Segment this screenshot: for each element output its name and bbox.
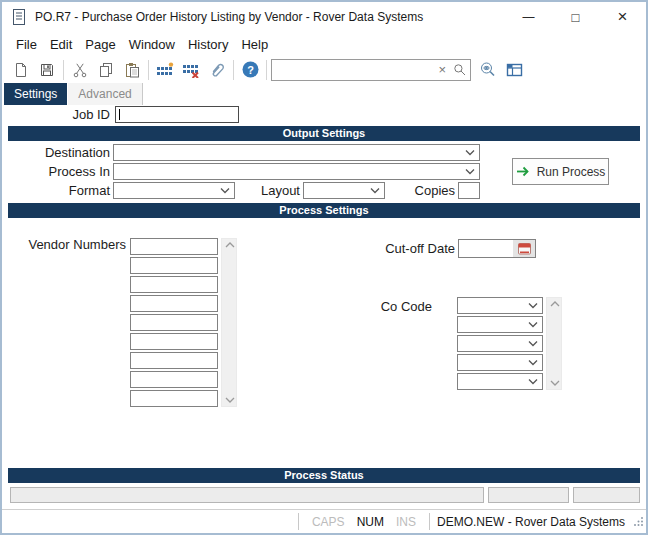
num-lock-indicator: NUM [357,515,384,529]
vendor-number-input[interactable] [130,314,218,331]
run-arrow-icon [516,165,530,178]
search-clear-icon[interactable]: × [435,63,449,76]
format-select[interactable] [113,182,235,199]
toolbar-separator [63,60,64,80]
close-button[interactable]: × [599,2,646,32]
menubar: File Edit Page Window History Help [2,32,646,56]
process-status-value-2 [573,487,640,503]
co-code-scrollbar[interactable] [546,297,562,390]
copy-icon[interactable] [93,58,119,82]
vendor-number-input[interactable] [130,371,218,388]
process-settings-header: Process Settings [8,203,640,218]
help-icon[interactable]: ? [237,58,263,82]
calendar-icon[interactable] [513,240,535,257]
tabstrip: Settings Advanced [4,83,143,105]
statusbar: CAPS NUM INS DEMO.NEW - Rover Data Syste… [2,509,646,533]
co-code-select[interactable] [457,373,543,390]
destination-label: Destination [2,144,110,161]
scroll-down-icon[interactable] [225,397,235,403]
run-process-label: Run Process [537,165,606,179]
insert-mode-indicator: INS [396,515,416,529]
caps-lock-indicator: CAPS [312,515,345,529]
layout-select[interactable] [303,182,385,199]
save-icon[interactable] [34,58,60,82]
cutoff-date-label: Cut-off Date [302,240,455,257]
text-caret [119,109,120,120]
svg-text:?: ? [247,64,254,76]
menu-edit[interactable]: Edit [50,37,72,52]
co-code-label: Co Code [302,298,432,315]
scroll-up-icon[interactable] [550,301,560,307]
vendor-scrollbar[interactable] [221,238,237,407]
layout-label: Layout [232,182,300,199]
menu-help[interactable]: Help [241,37,268,52]
vendor-number-input[interactable] [130,238,218,255]
vendor-numbers-label: Vendor Numbers [2,236,126,253]
lookup-icon[interactable] [475,58,501,82]
minimize-button[interactable]: — [505,2,552,32]
process-status-value-1 [488,487,569,503]
toolbar: ? × [2,56,646,83]
delete-record-icon[interactable] [178,58,204,82]
job-id-label: Job ID [2,106,110,123]
destination-select[interactable] [113,144,480,161]
vendor-number-input[interactable] [130,390,218,407]
menu-page[interactable]: Page [85,37,115,52]
co-code-select[interactable] [457,316,543,333]
paste-icon[interactable] [119,58,145,82]
menu-file[interactable]: File [16,37,37,52]
process-status-header: Process Status [8,468,640,483]
statusbar-separator [429,513,430,530]
maximize-button[interactable]: □ [552,2,599,32]
toolbar-separator [233,60,234,80]
cutoff-date-field[interactable] [458,239,536,258]
statusbar-separator [298,513,299,530]
window-title: PO.R7 - Purchase Order History Listing b… [35,10,423,24]
menu-history[interactable]: History [188,37,228,52]
search-input[interactable] [272,61,435,79]
vendor-number-list [130,238,218,407]
tab-settings[interactable]: Settings [4,83,67,105]
app-window: PO.R7 - Purchase Order History Listing b… [0,0,648,535]
copies-field[interactable] [458,182,480,199]
job-id-field[interactable] [115,106,239,123]
co-code-select[interactable] [457,335,543,352]
tab-advanced[interactable]: Advanced [68,83,142,105]
toolbar-separator [266,60,267,80]
scroll-up-icon[interactable] [225,242,235,248]
session-info: DEMO.NEW - Rover Data Systems [437,515,625,529]
process-in-select[interactable] [113,163,480,180]
layout-icon[interactable] [501,58,527,82]
copies-label: Copies [382,182,455,199]
co-code-select[interactable] [457,297,543,314]
output-settings-header: Output Settings [8,126,640,141]
menu-window[interactable]: Window [129,37,175,52]
document-icon [12,9,26,25]
process-status-message [10,487,484,503]
co-code-select[interactable] [457,354,543,371]
vendor-number-input[interactable] [130,257,218,274]
toolbar-separator [148,60,149,80]
vendor-number-input[interactable] [130,276,218,293]
toolbar-search: × [271,59,471,81]
vendor-number-input[interactable] [130,352,218,369]
format-label: Format [2,182,110,199]
search-icon[interactable] [449,63,470,76]
co-code-list [457,297,543,390]
vendor-number-input[interactable] [130,295,218,312]
cut-icon[interactable] [67,58,93,82]
scroll-down-icon[interactable] [550,380,560,386]
new-document-icon[interactable] [8,58,34,82]
add-record-icon[interactable] [152,58,178,82]
run-process-button[interactable]: Run Process [512,158,609,185]
vendor-number-input[interactable] [130,333,218,350]
resize-grip[interactable] [633,516,644,527]
process-in-label: Process In [2,163,110,180]
titlebar: PO.R7 - Purchase Order History Listing b… [2,2,646,32]
attachment-icon[interactable] [204,58,230,82]
